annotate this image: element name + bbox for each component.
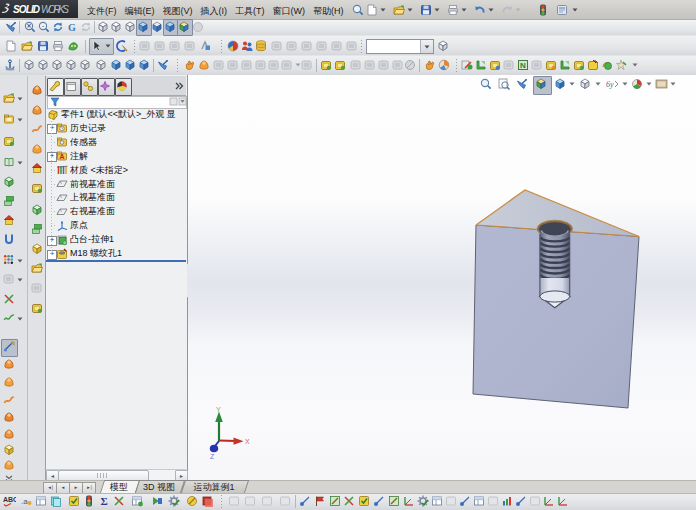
svg-text:-: - <box>42 23 44 29</box>
svg-text:G: G <box>68 22 76 33</box>
svg-text:✕: ✕ <box>26 23 31 29</box>
svg-text:Σ: Σ <box>100 495 107 507</box>
svg-text:A: A <box>59 153 64 160</box>
svg-text:N: N <box>520 61 526 70</box>
svg-text:SOLID: SOLID <box>13 4 40 15</box>
svg-text:6y: 6y <box>606 80 614 89</box>
svg-text:WORKS: WORKS <box>41 4 69 15</box>
svg-text:.a: .a <box>21 497 28 506</box>
svg-text:ABC: ABC <box>3 496 16 503</box>
